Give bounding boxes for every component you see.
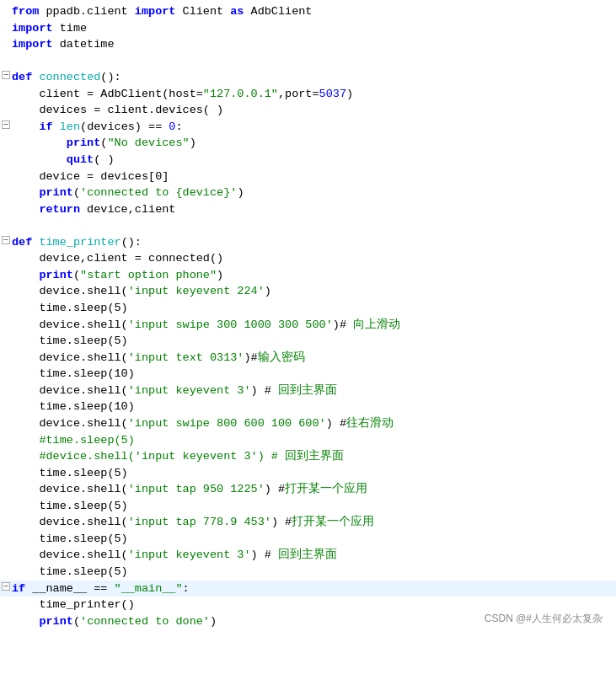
- code-text-13: return device,client: [12, 201, 616, 218]
- code-text-37: time_printer(): [12, 597, 616, 613]
- fold-marker-34: [0, 547, 12, 549]
- fold-marker-14: [0, 217, 12, 219]
- code-line-24: device.shell('input keyevent 3') # 回到主界面: [0, 383, 616, 399]
- code-text-6: client = AdbClient(host="127.0.0.1",port…: [12, 86, 616, 103]
- fold-marker-4: [0, 53, 12, 55]
- code-text-17: print("start option phone"): [12, 267, 616, 284]
- code-line-6: client = AdbClient(host="127.0.0.1",port…: [0, 86, 616, 103]
- fold-marker-17: [0, 267, 12, 269]
- fold-marker-9: [0, 135, 12, 136]
- code-line-7: devices = client.devices( ): [0, 102, 616, 119]
- code-line-18: device.shell('input keyevent 224'): [0, 283, 616, 300]
- fold-marker-28: [0, 448, 12, 450]
- code-line-10: quit( ): [0, 152, 616, 169]
- code-text-15: def time_printer():: [12, 234, 616, 251]
- fold-marker-5[interactable]: −: [0, 69, 12, 79]
- code-line-32: device.shell('input tap 778.9 453') #打开某…: [0, 514, 616, 531]
- code-text-36: if __name__ == "__main__":: [12, 581, 616, 597]
- code-text-30: device.shell('input tap 950 1225') #打开某一…: [12, 481, 616, 498]
- code-line-17: print("start option phone"): [0, 267, 616, 284]
- code-line-36: −if __name__ == "__main__":: [0, 581, 616, 597]
- code-line-15: −def time_printer():: [0, 234, 616, 251]
- code-line-19: time.sleep(5): [0, 300, 616, 317]
- code-text-27: #time.sleep(5): [12, 432, 616, 449]
- fold-marker-10: [0, 152, 12, 153]
- code-line-23: time.sleep(10): [0, 366, 616, 383]
- code-line-21: time.sleep(5): [0, 333, 616, 350]
- code-text-7: devices = client.devices( ): [12, 102, 616, 119]
- fold-marker-23: [0, 366, 12, 367]
- code-text-33: time.sleep(5): [12, 531, 616, 548]
- fold-marker-30: [0, 481, 12, 483]
- code-text-16: device,client = connected(): [12, 250, 616, 267]
- fold-marker-6: [0, 86, 12, 88]
- code-text-31: time.sleep(5): [12, 498, 616, 515]
- code-text-21: time.sleep(5): [12, 333, 616, 350]
- fold-marker-25: [0, 399, 12, 400]
- code-line-30: device.shell('input tap 950 1225') #打开某一…: [0, 481, 616, 498]
- code-line-12: print('connected to {device}'): [0, 185, 616, 201]
- code-text-32: device.shell('input tap 778.9 453') #打开某…: [12, 514, 616, 531]
- fold-marker-18: [0, 283, 12, 285]
- code-text-28: #device.shell('input keyevent 3') # 回到主界…: [12, 448, 616, 465]
- code-line-14: [0, 217, 616, 234]
- code-text-24: device.shell('input keyevent 3') # 回到主界面: [12, 383, 616, 399]
- fold-marker-31: [0, 498, 12, 500]
- code-text-8: if len(devices) == 0:: [12, 119, 616, 136]
- code-text-1: from ppadb.client import Client as AdbCl…: [12, 3, 616, 20]
- fold-marker-13: [0, 201, 12, 203]
- code-text-25: time.sleep(10): [12, 399, 616, 415]
- code-line-26: device.shell('input swipe 800 600 100 60…: [0, 415, 616, 432]
- code-text-11: device = devices[0]: [12, 169, 616, 185]
- fold-marker-35: [0, 564, 12, 565]
- code-text-18: device.shell('input keyevent 224'): [12, 283, 616, 300]
- code-text-3: import datetime: [12, 36, 616, 53]
- fold-marker-8[interactable]: −: [0, 119, 12, 129]
- fold-marker-11: [0, 169, 12, 170]
- code-text-19: time.sleep(5): [12, 300, 616, 317]
- code-line-34: device.shell('input keyevent 3') # 回到主界面: [0, 547, 616, 564]
- code-line-25: time.sleep(10): [0, 399, 616, 415]
- code-line-5: −def connected():: [0, 69, 616, 86]
- code-line-3: import datetime: [0, 36, 616, 53]
- fold-marker-32: [0, 514, 12, 516]
- code-line-35: time.sleep(5): [0, 564, 616, 581]
- code-line-20: device.shell('input swipe 300 1000 300 5…: [0, 317, 616, 334]
- code-text-5: def connected():: [12, 69, 616, 86]
- code-text-9: print("No devices"): [12, 135, 616, 152]
- code-text-12: print('connected to {device}'): [12, 185, 616, 201]
- fold-marker-33: [0, 531, 12, 532]
- watermark: CSDN @#人生何必太复杂: [485, 612, 603, 626]
- code-text-2: import time: [12, 20, 616, 37]
- code-text-35: time.sleep(5): [12, 564, 616, 581]
- code-line-2: import time: [0, 20, 616, 37]
- code-text-10: quit( ): [12, 152, 616, 169]
- fold-marker-16: [0, 250, 12, 252]
- fold-marker-26: [0, 415, 12, 417]
- code-line-11: device = devices[0]: [0, 169, 616, 185]
- fold-marker-2: [0, 20, 12, 22]
- fold-marker-36[interactable]: −: [0, 581, 12, 591]
- code-line-4: [0, 53, 616, 70]
- code-line-29: time.sleep(5): [0, 465, 616, 482]
- fold-marker-20: [0, 317, 12, 318]
- code-line-1: from ppadb.client import Client as AdbCl…: [0, 3, 616, 20]
- code-line-33: time.sleep(5): [0, 531, 616, 548]
- code-text-26: device.shell('input swipe 800 600 100 60…: [12, 415, 616, 432]
- fold-marker-24: [0, 383, 12, 384]
- fold-marker-27: [0, 432, 12, 434]
- fold-marker-19: [0, 300, 12, 302]
- fold-marker-15[interactable]: −: [0, 234, 12, 244]
- fold-marker-29: [0, 465, 12, 467]
- fold-marker-38: [0, 613, 12, 615]
- code-text-22: device.shell('input text 0313')#输入密码: [12, 350, 616, 367]
- code-line-16: device,client = connected(): [0, 250, 616, 267]
- code-editor: from ppadb.client import Client as AdbCl…: [0, 0, 616, 633]
- fold-marker-7: [0, 102, 12, 104]
- code-line-31: time.sleep(5): [0, 498, 616, 515]
- code-text-34: device.shell('input keyevent 3') # 回到主界面: [12, 547, 616, 564]
- fold-marker-22: [0, 350, 12, 351]
- code-line-9: print("No devices"): [0, 135, 616, 152]
- fold-marker-12: [0, 185, 12, 186]
- code-text-20: device.shell('input swipe 300 1000 300 5…: [12, 317, 616, 334]
